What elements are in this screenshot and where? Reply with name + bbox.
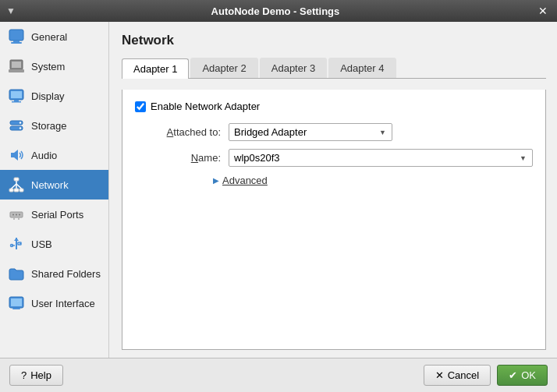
storage-icon [8, 117, 25, 134]
tab-adapter3[interactable]: Adapter 3 [260, 58, 327, 78]
network-icon [8, 176, 25, 193]
tab-adapter1[interactable]: Adapter 1 [122, 58, 189, 79]
svg-point-25 [16, 214, 17, 216]
svg-marker-30 [14, 238, 19, 241]
svg-marker-14 [11, 150, 18, 161]
sidebar-item-display[interactable]: Display [0, 81, 108, 111]
usb-icon [8, 235, 25, 253]
svg-rect-36 [11, 298, 22, 306]
main-content: General System Display [0, 22, 557, 358]
general-label: General [31, 31, 67, 43]
svg-point-13 [20, 127, 21, 129]
system-icon [8, 58, 25, 75]
titlebar: ▼ AutoNode Demo - Settings ✕ [0, 0, 557, 22]
audio-icon [8, 147, 25, 164]
cancel-icon: ✕ [435, 369, 444, 381]
triangle-icon: ▶ [213, 176, 219, 185]
advanced-label: Advanced [222, 175, 268, 186]
name-label: Name: [135, 152, 229, 164]
svg-point-26 [19, 214, 20, 216]
action-buttons: ✕ Cancel ✔ OK [424, 365, 548, 386]
display-label: Display [31, 90, 65, 102]
serial-ports-icon [8, 206, 25, 223]
svg-rect-7 [11, 91, 22, 98]
window-title: AutoNode Demo - Settings [16, 5, 535, 17]
content-area: Network Adapter 1 Adapter 2 Adapter 3 Ad… [109, 22, 557, 358]
advanced-row[interactable]: ▶ Advanced [213, 175, 533, 186]
name-select-wrapper: wlp0s20f3 [229, 149, 533, 167]
svg-rect-27 [13, 217, 15, 220]
close-button[interactable]: ✕ [535, 5, 551, 17]
tab-adapter4[interactable]: Adapter 4 [328, 58, 396, 78]
tab-bar: Adapter 1 Adapter 2 Adapter 3 Adapter 4 [122, 58, 546, 79]
svg-rect-18 [20, 189, 23, 192]
cancel-button[interactable]: ✕ Cancel [424, 365, 491, 386]
enable-adapter-checkbox[interactable] [135, 101, 146, 112]
sidebar-item-user-interface[interactable]: User Interface [0, 288, 108, 318]
user-interface-icon [8, 295, 25, 312]
enable-adapter-row: Enable Network Adapter [135, 101, 533, 112]
system-label: System [31, 61, 65, 72]
svg-rect-28 [18, 217, 20, 220]
help-button[interactable]: ? Help [9, 365, 63, 386]
ok-icon: ✔ [509, 369, 517, 381]
sidebar-item-system[interactable]: System [0, 51, 108, 81]
svg-rect-5 [9, 69, 24, 72]
sidebar-item-shared-folders[interactable]: Shared Folders [0, 259, 108, 288]
shared-folders-icon [8, 265, 25, 282]
ok-button[interactable]: ✔ OK [497, 365, 548, 386]
page-title: Network [122, 33, 546, 48]
svg-rect-15 [14, 178, 19, 181]
svg-rect-37 [12, 308, 20, 309]
sidebar-item-usb[interactable]: USB [0, 229, 108, 259]
svg-point-24 [12, 214, 14, 216]
cancel-label: Cancel [448, 369, 479, 381]
sidebar-item-network[interactable]: Network [0, 170, 108, 200]
app-icon: ▼ [6, 5, 16, 16]
sidebar-item-serial-ports[interactable]: Serial Ports [0, 200, 108, 229]
svg-line-20 [12, 184, 17, 189]
sidebar-item-storage[interactable]: Storage [0, 111, 108, 140]
general-icon [8, 28, 25, 45]
help-label: Help [30, 369, 51, 381]
svg-rect-2 [11, 42, 22, 44]
ok-label: OK [521, 369, 536, 381]
tab-adapter2[interactable]: Adapter 2 [190, 58, 257, 78]
sidebar-item-general[interactable]: General [0, 22, 108, 51]
network-label: Network [31, 179, 69, 191]
svg-rect-16 [9, 189, 13, 192]
footer: ? Help ✕ Cancel ✔ OK [0, 358, 557, 392]
help-icon: ? [21, 369, 27, 381]
enable-adapter-label[interactable]: Enable Network Adapter [151, 101, 260, 112]
name-select[interactable]: wlp0s20f3 [229, 149, 533, 167]
svg-point-12 [20, 122, 21, 123]
usb-label: USB [31, 238, 52, 250]
svg-rect-17 [14, 189, 19, 192]
storage-label: Storage [31, 120, 67, 132]
user-interface-label: User Interface [31, 298, 95, 309]
audio-label: Audio [31, 150, 57, 161]
display-icon [8, 87, 25, 104]
name-row: Name: wlp0s20f3 [135, 149, 533, 167]
sidebar-item-audio[interactable]: Audio [0, 140, 108, 170]
attached-to-select-wrapper: Bridged Adapter NAT NAT Network Host-onl… [229, 123, 392, 141]
svg-rect-4 [12, 62, 21, 68]
settings-panel: Enable Network Adapter Attached to: Brid… [122, 90, 546, 350]
shared-folders-label: Shared Folders [31, 268, 101, 280]
svg-line-22 [16, 184, 22, 189]
serial-ports-label: Serial Ports [31, 209, 83, 221]
attached-to-select[interactable]: Bridged Adapter NAT NAT Network Host-onl… [229, 123, 392, 141]
attached-to-label: Attached to: [135, 126, 229, 138]
svg-rect-0 [9, 30, 23, 41]
svg-rect-9 [12, 101, 21, 103]
attached-to-row: Attached to: Bridged Adapter NAT NAT Net… [135, 123, 533, 141]
sidebar: General System Display [0, 22, 109, 358]
